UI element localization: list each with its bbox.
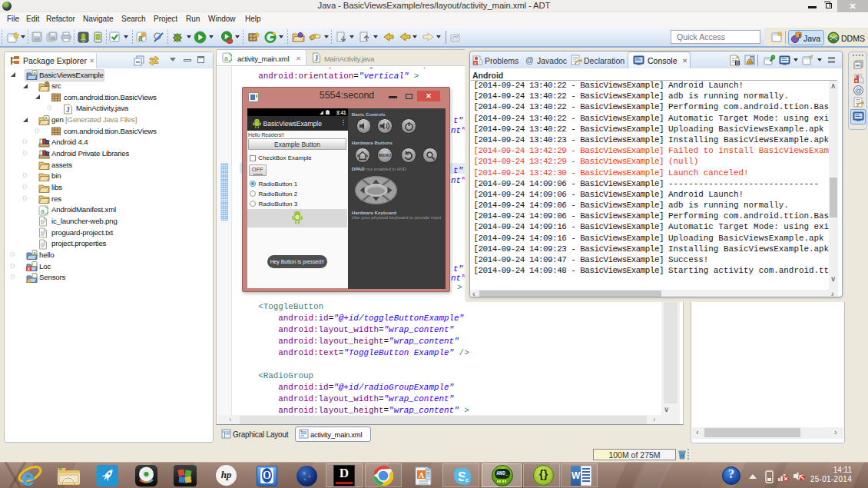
svg-text:A: A <box>419 471 425 480</box>
svg-text:a: a <box>224 55 228 62</box>
svg-text:x: x <box>28 266 31 271</box>
svg-text:J: J <box>315 55 319 62</box>
svg-text:a: a <box>41 207 45 214</box>
svg-text:a: a <box>138 34 143 42</box>
svg-text:e: e <box>465 476 469 483</box>
svg-text:J: J <box>66 106 70 114</box>
svg-text:e: e <box>22 465 35 488</box>
svg-text:a: a <box>45 115 48 120</box>
svg-text:J: J <box>797 32 801 40</box>
